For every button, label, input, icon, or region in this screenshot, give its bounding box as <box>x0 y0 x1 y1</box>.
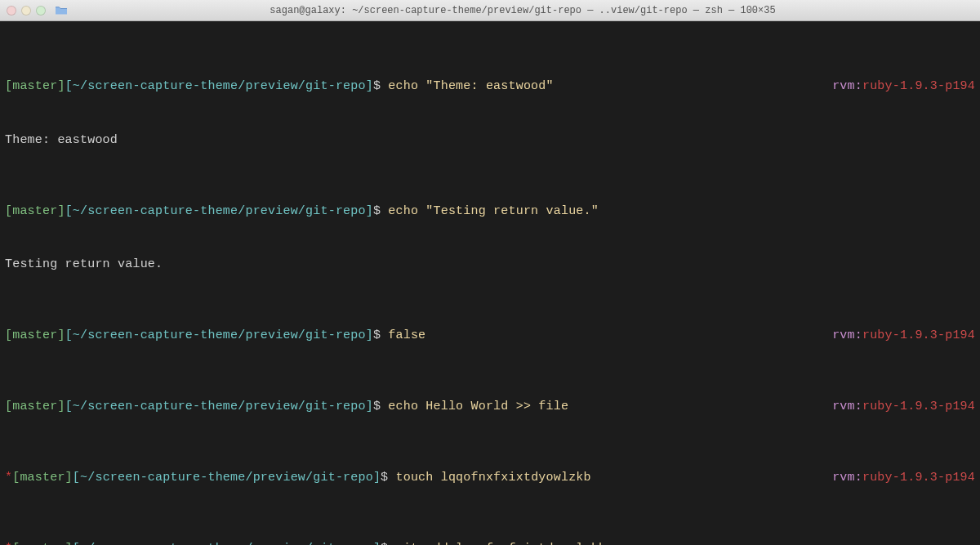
prompt-line: [master][~/screen-capture-theme/preview/… <box>5 203 975 221</box>
output-line: Theme: eastwood <box>5 132 975 150</box>
output-line: Testing return value. <box>5 256 975 274</box>
prompt-line: [master][~/screen-capture-theme/preview/… <box>5 78 975 96</box>
maximize-icon[interactable] <box>36 6 46 16</box>
window-controls <box>7 6 46 16</box>
folder-icon <box>56 6 67 15</box>
prompt-line: [master][~/screen-capture-theme/preview/… <box>5 398 975 416</box>
close-icon[interactable] <box>7 6 16 16</box>
titlebar[interactable]: sagan@galaxy: ~/screen-capture-theme/pre… <box>0 0 980 21</box>
prompt-line: *[master][~/screen-capture-theme/preview… <box>5 469 975 487</box>
window-title: sagan@galaxy: ~/screen-capture-theme/pre… <box>72 5 973 16</box>
terminal-body[interactable]: [master][~/screen-capture-theme/preview/… <box>0 21 980 545</box>
terminal-window: sagan@galaxy: ~/screen-capture-theme/pre… <box>0 0 980 545</box>
minimize-icon[interactable] <box>21 6 31 16</box>
prompt-line: *[master][~/screen-capture-theme/preview… <box>5 540 975 545</box>
dirty-marker: * <box>5 471 12 485</box>
prompt-line: [master][~/screen-capture-theme/preview/… <box>5 327 975 345</box>
dirty-marker: * <box>5 542 12 545</box>
